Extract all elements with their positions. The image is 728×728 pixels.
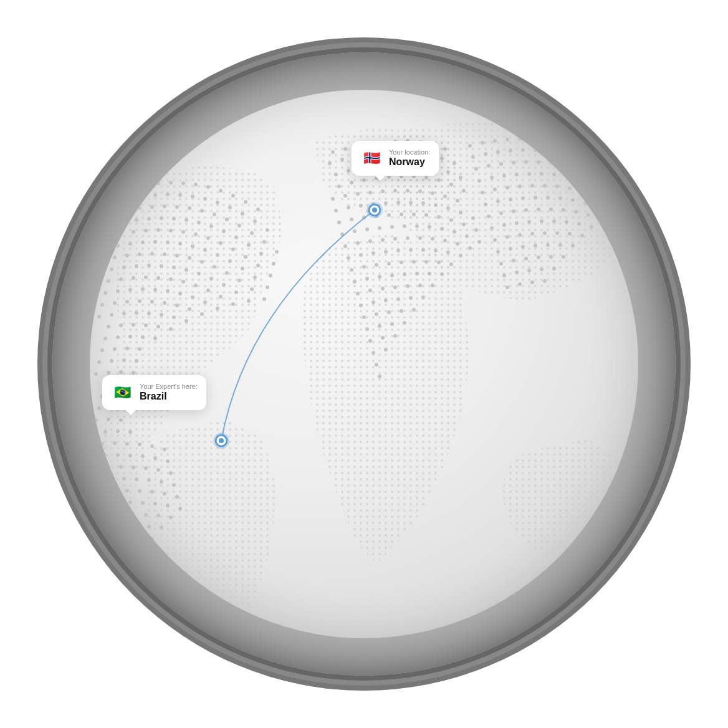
svg-point-24 bbox=[347, 169, 350, 173]
svg-point-292 bbox=[219, 189, 223, 193]
svg-point-215 bbox=[465, 234, 469, 238]
svg-point-70 bbox=[621, 179, 625, 183]
svg-point-252 bbox=[415, 272, 419, 275]
svg-point-85 bbox=[477, 179, 481, 183]
svg-point-354 bbox=[141, 241, 145, 244]
svg-point-266 bbox=[409, 296, 413, 300]
svg-point-364 bbox=[266, 285, 269, 289]
svg-point-125 bbox=[537, 208, 540, 211]
svg-point-260 bbox=[418, 284, 422, 287]
svg-point-131 bbox=[490, 226, 494, 230]
svg-point-485 bbox=[110, 477, 113, 481]
svg-point-293 bbox=[231, 194, 235, 198]
svg-point-450 bbox=[119, 370, 123, 374]
svg-point-345 bbox=[206, 236, 210, 240]
svg-point-250 bbox=[390, 274, 394, 277]
svg-point-522 bbox=[138, 584, 141, 588]
svg-point-304 bbox=[216, 201, 219, 204]
svg-point-408 bbox=[178, 292, 182, 295]
svg-point-203 bbox=[462, 223, 466, 226]
svg-point-124 bbox=[524, 208, 528, 212]
svg-point-332 bbox=[222, 229, 226, 233]
svg-point-178 bbox=[431, 191, 434, 195]
svg-point-367 bbox=[125, 254, 129, 257]
svg-point-219 bbox=[368, 239, 372, 243]
svg-point-518 bbox=[132, 560, 135, 564]
svg-point-66 bbox=[571, 154, 575, 158]
svg-point-363 bbox=[253, 275, 257, 279]
svg-point-168 bbox=[530, 280, 534, 284]
svg-point-172 bbox=[356, 192, 360, 196]
svg-point-181 bbox=[334, 209, 338, 213]
svg-point-368 bbox=[138, 252, 141, 256]
svg-point-301 bbox=[178, 193, 182, 197]
svg-point-262 bbox=[359, 304, 363, 307]
svg-point-119 bbox=[596, 206, 600, 209]
svg-point-236 bbox=[446, 251, 450, 254]
svg-point-154 bbox=[571, 244, 575, 247]
svg-point-65 bbox=[558, 151, 562, 155]
svg-point-513 bbox=[138, 536, 141, 540]
svg-point-355 bbox=[153, 240, 157, 244]
svg-point-388 bbox=[222, 283, 226, 287]
svg-point-211 bbox=[415, 224, 419, 228]
svg-point-240 bbox=[375, 263, 378, 267]
svg-point-209 bbox=[390, 225, 394, 229]
svg-point-128 bbox=[574, 210, 578, 214]
norway-country: Norway bbox=[389, 156, 430, 168]
svg-point-478 bbox=[166, 459, 170, 463]
svg-point-60 bbox=[496, 150, 500, 154]
svg-point-387 bbox=[209, 277, 213, 280]
svg-point-213 bbox=[440, 227, 444, 231]
svg-point-378 bbox=[262, 297, 266, 301]
svg-point-411 bbox=[216, 307, 219, 310]
svg-point-334 bbox=[247, 243, 251, 247]
svg-point-92 bbox=[565, 175, 568, 178]
svg-point-141 bbox=[505, 235, 509, 239]
svg-point-357 bbox=[178, 242, 182, 246]
brazil-country: Brazil bbox=[140, 390, 198, 402]
svg-point-113 bbox=[521, 196, 525, 200]
svg-point-206 bbox=[353, 229, 357, 233]
svg-point-109 bbox=[618, 206, 621, 210]
svg-point-198 bbox=[400, 213, 403, 216]
svg-point-58 bbox=[471, 155, 475, 159]
svg-point-338 bbox=[119, 232, 123, 236]
svg-point-255 bbox=[356, 292, 360, 295]
svg-point-359 bbox=[203, 248, 207, 252]
svg-point-148 bbox=[496, 250, 500, 254]
svg-point-235 bbox=[434, 249, 438, 252]
svg-point-238 bbox=[350, 268, 353, 272]
svg-point-528 bbox=[372, 208, 377, 213]
svg-point-237 bbox=[459, 254, 462, 257]
svg-point-272 bbox=[412, 308, 416, 312]
svg-point-403 bbox=[116, 289, 120, 293]
svg-point-397 bbox=[181, 280, 185, 284]
svg-point-381 bbox=[135, 264, 138, 268]
brazil-tooltip: 🇧🇷 Your Expert's here: Brazil bbox=[102, 375, 206, 410]
svg-point-320 bbox=[250, 231, 254, 235]
svg-point-53 bbox=[568, 141, 572, 145]
svg-point-414 bbox=[125, 300, 129, 304]
svg-point-287 bbox=[156, 181, 160, 185]
svg-point-176 bbox=[406, 189, 410, 193]
svg-point-106 bbox=[580, 189, 584, 193]
svg-point-374 bbox=[213, 265, 216, 269]
svg-point-49 bbox=[518, 137, 522, 141]
svg-point-35 bbox=[350, 181, 353, 184]
svg-point-163 bbox=[527, 269, 531, 272]
svg-point-193 bbox=[337, 221, 341, 224]
svg-point-275 bbox=[390, 322, 394, 326]
svg-point-288 bbox=[169, 181, 173, 184]
svg-point-331 bbox=[209, 224, 213, 228]
svg-point-122 bbox=[499, 211, 503, 215]
svg-point-503 bbox=[119, 513, 123, 517]
svg-point-263 bbox=[371, 300, 375, 304]
brazil-flag: 🇧🇷 bbox=[111, 381, 133, 404]
svg-point-351 bbox=[103, 247, 107, 251]
svg-point-520 bbox=[135, 572, 138, 576]
svg-point-264 bbox=[384, 299, 388, 302]
svg-point-346 bbox=[219, 241, 223, 245]
svg-point-117 bbox=[571, 198, 575, 202]
svg-point-204 bbox=[474, 228, 478, 232]
